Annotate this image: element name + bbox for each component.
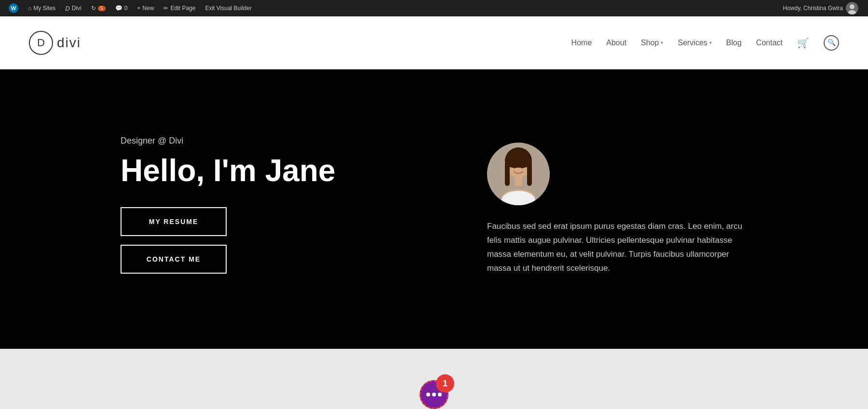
lower-section: 1 Experience	[0, 349, 868, 409]
logo-circle: D	[29, 31, 53, 55]
nav-blog[interactable]: Blog	[726, 39, 742, 47]
updates-button[interactable]: ↻ 5	[87, 0, 109, 16]
user-greeting: Howdy, Christina Gwira	[783, 5, 843, 12]
services-arrow-icon: ▾	[709, 40, 712, 45]
shop-arrow-icon: ▾	[661, 40, 663, 45]
edit-page-label: Edit Page	[170, 5, 195, 12]
contact-button[interactable]: CONTACT ME	[121, 245, 227, 274]
avatar	[487, 143, 550, 205]
nav-about-label: About	[606, 39, 626, 47]
comments-count: 0	[124, 5, 128, 12]
divi-label: Divi	[72, 5, 81, 12]
experience-badge-area: 1 Experience	[380, 380, 488, 409]
dots-icon	[426, 393, 442, 396]
dot-1	[426, 393, 430, 396]
svg-rect-7	[507, 152, 529, 168]
svg-rect-10	[515, 176, 522, 186]
dot-3	[438, 393, 442, 396]
nav-about[interactable]: About	[606, 39, 626, 47]
site-header: D divi Home About Shop ▾ Services ▾ Blog…	[0, 16, 868, 69]
wp-logo-button[interactable]: W	[5, 0, 22, 16]
cart-button[interactable]: 🛒	[797, 37, 809, 49]
site-nav: Home About Shop ▾ Services ▾ Blog Contac…	[571, 35, 839, 51]
resume-button[interactable]: MY RESUME	[121, 207, 227, 236]
hero-left: Designer @ Divi Hello, I'm Jane MY RESUM…	[121, 136, 458, 282]
user-avatar[interactable]	[846, 2, 858, 14]
hero-section: Designer @ Divi Hello, I'm Jane MY RESUM…	[0, 69, 868, 349]
edit-page-button[interactable]: ✏ Edit Page	[160, 0, 199, 16]
plus-icon: +	[137, 5, 140, 12]
badge-number: 1	[436, 374, 454, 393]
updates-badge: 5	[98, 6, 106, 11]
nav-home-label: Home	[571, 39, 592, 47]
nav-contact[interactable]: Contact	[756, 39, 783, 47]
divi-button[interactable]: D Divi	[61, 0, 85, 16]
search-icon: 🔍	[827, 39, 836, 47]
nav-contact-label: Contact	[756, 39, 783, 47]
svg-point-11	[513, 165, 516, 169]
new-label: New	[142, 5, 154, 12]
nav-services-label: Services	[678, 39, 707, 47]
admin-bar: W ⌂ My Sites D Divi ↻ 5 💬 0 + New ✏ Edit…	[0, 0, 868, 16]
comments-button[interactable]: 💬 0	[111, 0, 132, 16]
nav-home[interactable]: Home	[571, 39, 592, 47]
new-content-button[interactable]: + New	[133, 0, 158, 16]
wordpress-icon: W	[9, 3, 18, 13]
divi-icon: D	[65, 5, 69, 12]
experience-dots-button[interactable]: 1	[420, 380, 448, 409]
dot-2	[432, 393, 436, 396]
nav-services[interactable]: Services ▾	[678, 39, 711, 47]
svg-point-0	[850, 4, 854, 9]
nav-shop[interactable]: Shop ▾	[641, 39, 663, 47]
svg-point-12	[521, 165, 524, 169]
nav-blog-label: Blog	[726, 39, 742, 47]
updates-icon: ↻	[91, 5, 96, 12]
admin-bar-left: W ⌂ My Sites D Divi ↻ 5 💬 0 + New ✏ Edit…	[5, 0, 783, 16]
edit-icon: ✏	[163, 5, 168, 12]
nav-shop-label: Shop	[641, 39, 659, 47]
admin-bar-right: Howdy, Christina Gwira	[783, 2, 863, 14]
logo-area[interactable]: D divi	[29, 31, 81, 55]
hero-title: Hello, I'm Jane	[121, 154, 458, 187]
svg-point-1	[848, 10, 856, 14]
comments-icon: 💬	[115, 5, 122, 12]
my-sites-icon: ⌂	[28, 5, 31, 12]
my-sites-button[interactable]: ⌂ My Sites	[24, 0, 59, 16]
exit-builder-label: Exit Visual Builder	[205, 5, 252, 12]
search-button[interactable]: 🔍	[824, 35, 839, 51]
exit-builder-button[interactable]: Exit Visual Builder	[201, 0, 256, 16]
logo-letter: D	[37, 37, 45, 49]
hero-right: Faucibus sed sed erat ipsum purus egesta…	[458, 143, 747, 276]
section-center: 1 Experience	[29, 380, 839, 409]
hero-subtitle: Designer @ Divi	[121, 136, 458, 146]
hero-bio: Faucibus sed sed erat ipsum purus egesta…	[487, 220, 747, 276]
my-sites-label: My Sites	[33, 5, 55, 12]
logo-name: divi	[57, 35, 81, 51]
